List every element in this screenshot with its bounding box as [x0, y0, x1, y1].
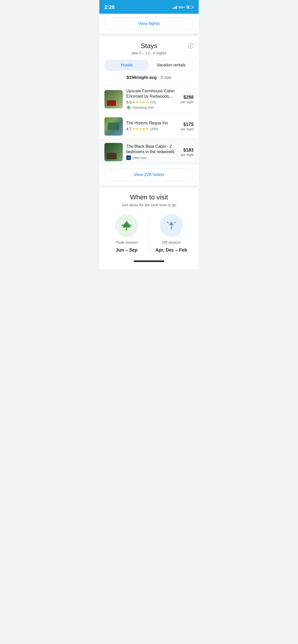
- signal-icon: [172, 5, 177, 9]
- peak-season-label: Peak season: [116, 240, 138, 244]
- stays-section: Stays i Mar 6 – 12 · 6 nights Hotels Vac…: [99, 36, 199, 185]
- offseason-icon: [160, 214, 183, 237]
- when-to-visit-title: When to visit: [104, 193, 194, 201]
- source-name-cabin: Vrbo.com: [132, 156, 146, 160]
- stays-header: Stays i: [104, 42, 194, 50]
- glamping-hub-logo: [126, 105, 131, 110]
- view-flights-section: View flights: [99, 14, 199, 34]
- battery-icon: [186, 6, 194, 9]
- when-to-visit-section: When to visit Get ideas for the best tim…: [99, 188, 199, 258]
- hotel-price-cabin: $183 per night: [181, 148, 194, 157]
- stays-dates: Mar 6 – 12 · 6 nights: [104, 51, 194, 55]
- offseason-label: Off-season: [162, 240, 181, 244]
- info-icon-label: i: [190, 44, 191, 48]
- hotel-price-farmhouse: $288 per night: [181, 95, 194, 104]
- peak-season-icon: [115, 214, 138, 237]
- hotel-thumb-cabin: [104, 143, 123, 161]
- svg-rect-4: [126, 228, 127, 230]
- tab-hotels[interactable]: Hotels: [105, 60, 149, 70]
- hotel-item-black-bear[interactable]: The Black Bear Cabin - 2 bedrooms in the…: [99, 139, 199, 165]
- view-flights-button[interactable]: View flights: [104, 17, 194, 30]
- season-grid: Peak season Jun – Sep Of: [104, 214, 194, 253]
- offseason-item[interactable]: Off-season Apr, Dec – Feb: [149, 214, 194, 253]
- svg-point-9: [164, 218, 179, 233]
- stars-inn: ★ ★ ★ ★ ★: [132, 127, 149, 131]
- svg-point-15: [175, 222, 176, 223]
- hotel-name-farmhouse: Upscale Farmhouse Cabin Encircled by Red…: [126, 89, 177, 99]
- hotel-thumb-inn: [104, 117, 123, 136]
- svg-rect-10: [171, 226, 172, 229]
- hotel-info-inn: The Historic Requa Inn 4.7 ★ ★ ★ ★ ★ (29…: [126, 121, 177, 132]
- rating-value-inn: 4.7: [126, 127, 131, 131]
- price-unit-inn: per night: [181, 127, 194, 131]
- tab-switch: Hotels Vacation rentals: [104, 60, 194, 70]
- offseason-months: Apr, Dec – Feb: [155, 247, 187, 253]
- home-indicator-area: [99, 258, 199, 269]
- network-label: 5G+: [179, 5, 185, 9]
- price-unit-farmhouse: per night: [181, 100, 194, 104]
- hotel-info-farmhouse: Upscale Farmhouse Cabin Encircled by Red…: [126, 89, 177, 110]
- hotel-name-cabin: The Black Bear Cabin - 2 bedrooms in the…: [126, 144, 177, 155]
- reviews-inn: (290): [150, 127, 158, 131]
- price-avg-amount: $156/night avg: [127, 75, 157, 80]
- when-to-visit-subtitle: Get ideas for the best time to go: [104, 203, 194, 207]
- vrbo-logo: V: [126, 155, 131, 160]
- hotel-item-requa-inn[interactable]: The Historic Requa Inn 4.7 ★ ★ ★ ★ ★ (29…: [104, 113, 194, 139]
- rating-value-farmhouse: 5.0: [126, 100, 131, 104]
- peak-season-months: Jun – Sep: [116, 247, 138, 253]
- status-bar: 2:28 5G+: [99, 0, 199, 14]
- reviews-farmhouse: (15): [150, 100, 156, 104]
- view-all-hotels-button[interactable]: View 226 hotels: [104, 168, 194, 181]
- price-amount-cabin: $183: [181, 148, 194, 153]
- hotel-price-inn: $175 per night: [181, 122, 194, 131]
- price-amount-inn: $175: [181, 122, 194, 127]
- svg-point-1: [127, 106, 130, 108]
- info-icon[interactable]: i: [188, 43, 194, 49]
- svg-rect-2: [128, 108, 129, 109]
- star-category: 3-star: [160, 75, 171, 80]
- hotel-rating-farmhouse: 5.0 ★ ★ ★ ★ ★ (15): [126, 100, 177, 104]
- hotel-name-inn: The Historic Requa Inn: [126, 121, 177, 126]
- price-unit-cabin: per night: [181, 153, 194, 157]
- stars-farmhouse: ★ ★ ★ ★ ★: [132, 100, 149, 104]
- status-icons: 5G+: [172, 5, 194, 9]
- stays-title: Stays: [141, 42, 157, 50]
- hotel-source-farmhouse: Glamping Hub: [126, 105, 177, 110]
- hotel-thumb-farmhouse: [104, 90, 123, 108]
- hotel-list: Upscale Farmhouse Cabin Encircled by Red…: [104, 85, 194, 165]
- peak-season-item[interactable]: Peak season Jun – Sep: [104, 214, 149, 253]
- hotel-source-cabin: V Vrbo.com: [126, 155, 177, 160]
- price-average: $156/night avg · 3-star: [104, 75, 194, 80]
- hotel-rating-inn: 4.7 ★ ★ ★ ★ ★ (290): [126, 127, 177, 131]
- hotel-item-farmhouse[interactable]: Upscale Farmhouse Cabin Encircled by Red…: [104, 85, 194, 113]
- tab-vacation-rentals[interactable]: Vacation rentals: [149, 60, 193, 70]
- price-amount-farmhouse: $288: [181, 95, 194, 100]
- status-time: 2:28: [104, 4, 115, 10]
- source-name-farmhouse: Glamping Hub: [132, 106, 154, 109]
- home-indicator: [134, 260, 164, 262]
- hotel-info-cabin: The Black Bear Cabin - 2 bedrooms in the…: [126, 144, 177, 160]
- svg-point-14: [167, 222, 168, 223]
